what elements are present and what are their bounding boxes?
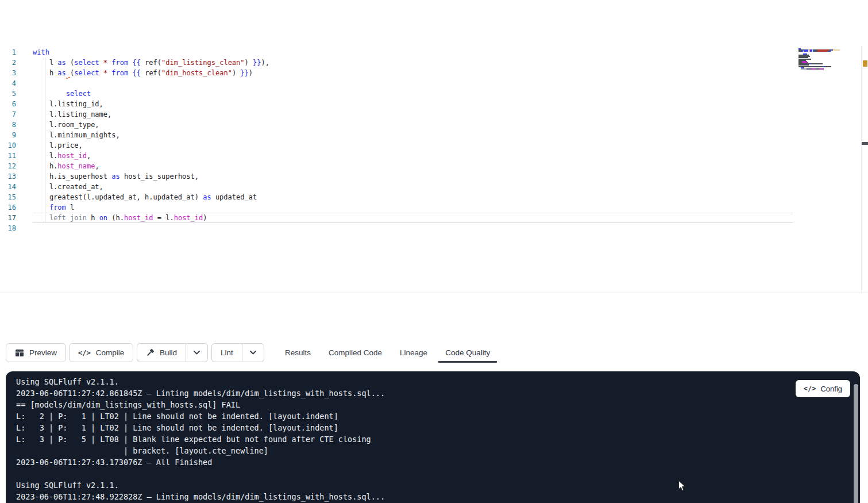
- code-token: h.is_superhost: [33, 172, 111, 181]
- code-line: with: [33, 47, 793, 57]
- code-token: ref(: [141, 59, 161, 67]
- code-token: [66, 69, 70, 77]
- code-token: with: [33, 48, 49, 56]
- terminal-line: 2023-06-06T11:27:42.861845Z — Linting mo…: [16, 387, 785, 399]
- result-tab-compiled-code[interactable]: Compiled Code: [329, 348, 382, 357]
- code-token: h: [87, 214, 99, 222]
- code-token: ),: [261, 59, 269, 67]
- line-number: 7: [0, 109, 16, 120]
- code-token: updated_at: [211, 193, 257, 201]
- result-tab-results[interactable]: Results: [285, 348, 311, 357]
- code-token: host_id: [174, 214, 203, 222]
- lint-dropdown-button[interactable]: [242, 343, 264, 362]
- code-token: greatest(l.updated_at, h.updated_at): [33, 193, 203, 201]
- build-dropdown-button[interactable]: [186, 343, 208, 362]
- minimap-token: [832, 49, 833, 51]
- terminal-line: L: 3 | P: 5 | LT08 | Blank line expected…: [16, 433, 785, 445]
- code-editor[interactable]: 123456789101112131415161718 with l as (s…: [0, 46, 868, 293]
- code-token: }}: [253, 59, 261, 67]
- code-token: ,: [95, 162, 99, 170]
- line-number: 9: [0, 130, 16, 140]
- code-token: [99, 69, 103, 77]
- minimap-token: [801, 68, 806, 70]
- build-button[interactable]: Build: [137, 343, 186, 362]
- code-token: }}: [240, 69, 248, 77]
- line-number: 6: [0, 99, 16, 109]
- terminal-line: [16, 468, 785, 479]
- code-token: [33, 214, 49, 222]
- code-token: ): [249, 69, 253, 77]
- code-token: (: [66, 59, 74, 67]
- compile-button[interactable]: </> Compile: [69, 343, 133, 362]
- code-line: l.host_id,: [33, 151, 793, 161]
- line-number: 10: [0, 140, 16, 151]
- compile-label: Compile: [96, 348, 125, 357]
- terminal-output: Using SQLFluff v2.1.1.2023-06-06T11:27:4…: [16, 376, 785, 503]
- line-number-gutter[interactable]: 123456789101112131415161718: [0, 47, 16, 233]
- code-token: l.room_type,: [33, 121, 99, 129]
- config-label: Config: [820, 385, 842, 393]
- code-token: l: [66, 203, 74, 212]
- line-number: 17: [0, 213, 16, 223]
- code-token: l: [33, 59, 57, 67]
- line-number: 5: [0, 89, 16, 99]
- code-line: l.minimum_nights,: [33, 130, 793, 140]
- hammer-icon: [146, 348, 155, 357]
- line-number: 11: [0, 151, 16, 161]
- code-token: [33, 203, 49, 212]
- code-token: "dim_listings_clean": [161, 59, 245, 67]
- result-tab-code-quality[interactable]: Code Quality: [445, 348, 490, 357]
- preview-button[interactable]: Preview: [6, 343, 66, 362]
- minimap[interactable]: [798, 48, 840, 71]
- minimap-token: [824, 66, 831, 67]
- code-token: as: [111, 172, 119, 181]
- terminal-line: L: 3 | P: 1 | LT02 | Line should not be …: [16, 422, 785, 433]
- preview-label: Preview: [29, 348, 57, 357]
- config-button[interactable]: </> Config: [796, 380, 850, 397]
- code-token: host_name: [57, 162, 95, 170]
- code-token: select: [74, 69, 99, 77]
- terminal-line: Using SQLFluff v2.1.1.: [16, 376, 785, 387]
- code-token: select: [74, 59, 99, 67]
- terminal-scrollbar[interactable]: [854, 384, 858, 503]
- code-token: ): [245, 59, 253, 67]
- chevron-down-icon: [250, 351, 256, 355]
- code-token: {{: [132, 69, 140, 77]
- lint-button[interactable]: Lint: [211, 343, 242, 362]
- code-line: l.room_type,: [33, 120, 793, 130]
- code-token: = l.: [153, 214, 174, 222]
- code-token: [33, 90, 66, 98]
- action-toolbar: Preview </> Compile Build: [0, 339, 868, 366]
- terminal-panel: Using SQLFluff v2.1.1.2023-06-06T11:27:4…: [6, 371, 860, 503]
- code-token: as: [57, 59, 65, 67]
- code-token: ): [232, 69, 240, 77]
- terminal-line: 2023-06-06T11:27:43.173076Z — All Finish…: [16, 456, 785, 468]
- code-token: l.listing_name,: [33, 110, 111, 118]
- code-line: h.host_name,: [33, 161, 793, 171]
- code-line: l.created_at,: [33, 182, 793, 192]
- terminal-line: L: 2 | P: 1 | LT02 | Line should not be …: [16, 410, 785, 422]
- code-token: "dim_hosts_clean": [161, 69, 232, 77]
- table-grid-icon: [15, 349, 24, 357]
- terminal-line: 2023-06-06T11:27:48.922828Z — Linting mo…: [16, 491, 785, 502]
- code-token: ): [203, 214, 207, 222]
- line-number: 15: [0, 192, 16, 202]
- code-line: l.listing_id,: [33, 99, 793, 109]
- code-line: from l: [33, 202, 793, 213]
- code-line: select: [33, 89, 793, 99]
- code-line: [33, 223, 793, 233]
- code-token: l.price,: [33, 141, 83, 149]
- code-token: (h.: [107, 214, 124, 222]
- result-tab-lineage[interactable]: Lineage: [400, 348, 427, 357]
- line-number: 1: [0, 47, 16, 57]
- code-pane[interactable]: with l as (select * from {{ ref("dim_lis…: [33, 47, 793, 233]
- code-token: [99, 59, 103, 67]
- code-token: l.minimum_nights,: [33, 131, 120, 139]
- code-line: h.is_superhost as host_is_superhost,: [33, 171, 793, 182]
- code-token: on: [99, 214, 107, 222]
- build-label: Build: [160, 348, 177, 357]
- code-line: h as (select * from {{ ref("dim_hosts_cl…: [33, 68, 793, 78]
- chevron-down-icon: [194, 351, 200, 355]
- minimap-token: [812, 68, 816, 70]
- code-line: l as (select * from {{ ref("dim_listings…: [33, 57, 793, 68]
